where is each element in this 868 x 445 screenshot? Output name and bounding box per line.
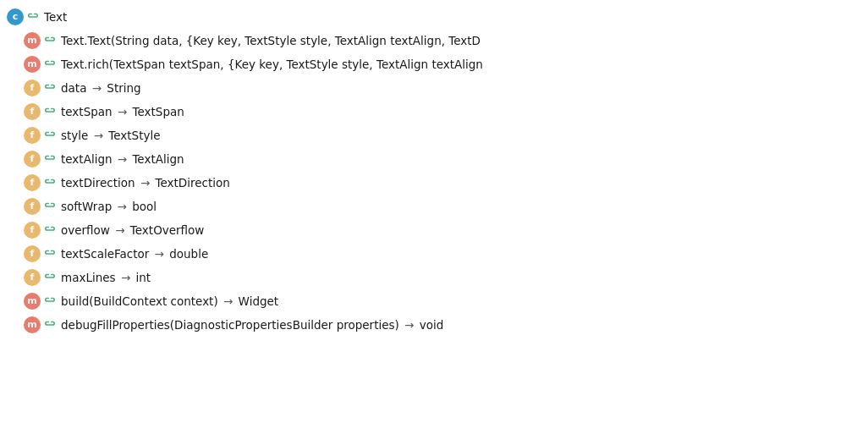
title-row[interactable]: c Text xyxy=(0,5,868,29)
list-item[interactable]: m Text.Text(String data, {Key key, TextS… xyxy=(0,29,868,52)
link-icon xyxy=(44,129,56,141)
link-icon xyxy=(44,224,56,236)
method-badge: m xyxy=(24,56,41,73)
item-text: overflow → TextOverflow xyxy=(61,221,204,239)
list-item[interactable]: f textDirection → TextDirection xyxy=(0,171,868,195)
field-badge: f xyxy=(24,198,41,215)
link-icon xyxy=(44,272,56,283)
title-text: Text xyxy=(44,8,67,26)
link-icon xyxy=(44,153,56,165)
list-item[interactable]: f textScaleFactor → double xyxy=(0,242,868,266)
list-item[interactable]: m build(BuildContext context) → Widget xyxy=(0,289,868,313)
item-text: textDirection → TextDirection xyxy=(61,173,230,192)
list-item[interactable]: f style → TextStyle xyxy=(0,124,868,147)
field-badge: f xyxy=(24,174,41,191)
item-text: data → String xyxy=(61,79,141,97)
link-icon xyxy=(44,35,56,47)
item-text: debugFillProperties(DiagnosticProperties… xyxy=(61,316,443,334)
field-badge: f xyxy=(24,103,41,120)
link-icon xyxy=(27,11,39,23)
field-badge: f xyxy=(24,151,41,168)
link-icon xyxy=(44,82,56,94)
link-icon xyxy=(44,319,56,331)
method-badge: m xyxy=(24,316,41,333)
item-text: textSpan → TextSpan xyxy=(61,102,184,121)
item-text: softWrap → bool xyxy=(61,197,157,216)
link-icon xyxy=(44,201,56,212)
link-icon xyxy=(44,177,56,189)
list-item[interactable]: f textAlign → TextAlign xyxy=(0,147,868,171)
api-tree: c Text m Text.Text(String data, {Key key… xyxy=(0,5,868,337)
item-text: Text.Text(String data, {Key key, TextSty… xyxy=(61,31,481,50)
link-icon xyxy=(44,58,56,70)
item-text: textAlign → TextAlign xyxy=(61,150,184,168)
field-badge: f xyxy=(24,127,41,144)
list-item[interactable]: f maxLines → int xyxy=(0,266,868,289)
item-text: textScaleFactor → double xyxy=(61,244,208,263)
item-text: maxLines → int xyxy=(61,268,151,287)
item-text: Text.rich(TextSpan textSpan, {Key key, T… xyxy=(61,55,483,74)
item-text: style → TextStyle xyxy=(61,126,161,145)
class-badge: c xyxy=(7,8,24,25)
list-item[interactable]: f textSpan → TextSpan xyxy=(0,100,868,124)
list-item[interactable]: f overflow → TextOverflow xyxy=(0,218,868,242)
field-badge: f xyxy=(24,269,41,286)
list-item[interactable]: m Text.rich(TextSpan textSpan, {Key key,… xyxy=(0,52,868,76)
list-item[interactable]: f data → String xyxy=(0,76,868,100)
list-item[interactable]: m debugFillProperties(DiagnosticProperti… xyxy=(0,313,868,337)
method-badge: m xyxy=(24,293,41,310)
field-badge: f xyxy=(24,245,41,262)
method-badge: m xyxy=(24,32,41,49)
list-item[interactable]: f softWrap → bool xyxy=(0,195,868,218)
link-icon xyxy=(44,248,56,260)
field-badge: f xyxy=(24,80,41,96)
link-icon xyxy=(44,295,56,307)
item-text: build(BuildContext context) → Widget xyxy=(61,292,278,310)
link-icon xyxy=(44,106,56,118)
field-badge: f xyxy=(24,222,41,239)
